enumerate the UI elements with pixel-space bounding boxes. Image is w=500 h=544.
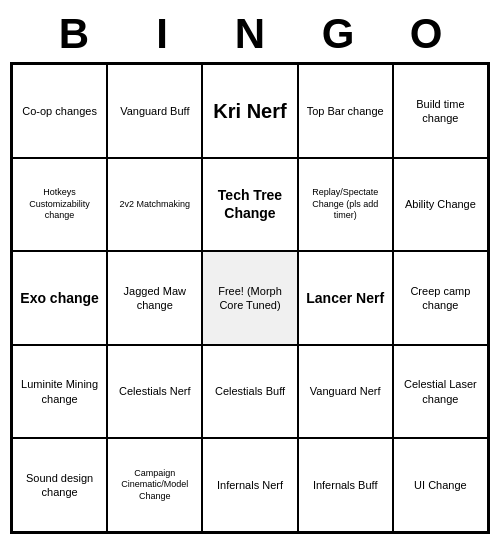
bingo-cell-22: Infernals Nerf [202, 438, 297, 532]
bingo-cell-9: Ability Change [393, 158, 488, 252]
bingo-cell-7: Tech Tree Change [202, 158, 297, 252]
bingo-cell-17: Celestials Buff [202, 345, 297, 439]
bingo-cell-20: Sound design change [12, 438, 107, 532]
bingo-title: B I N G O [10, 10, 490, 58]
bingo-cell-14: Creep camp change [393, 251, 488, 345]
title-b: B [30, 10, 118, 58]
bingo-cell-0: Co-op changes [12, 64, 107, 158]
bingo-cell-12: Free! (Morph Core Tuned) [202, 251, 297, 345]
bingo-cell-5: Hotkeys Customizability change [12, 158, 107, 252]
title-g: G [294, 10, 382, 58]
bingo-cell-13: Lancer Nerf [298, 251, 393, 345]
bingo-cell-2: Kri Nerf [202, 64, 297, 158]
bingo-cell-23: Infernals Buff [298, 438, 393, 532]
bingo-cell-15: Luminite Mining change [12, 345, 107, 439]
bingo-cell-19: Celestial Laser change [393, 345, 488, 439]
bingo-cell-11: Jagged Maw change [107, 251, 202, 345]
title-o: O [382, 10, 470, 58]
title-i: I [118, 10, 206, 58]
bingo-cell-1: Vanguard Buff [107, 64, 202, 158]
bingo-cell-4: Build time change [393, 64, 488, 158]
bingo-cell-24: UI Change [393, 438, 488, 532]
bingo-cell-18: Vanguard Nerf [298, 345, 393, 439]
bingo-grid: Co-op changesVanguard BuffKri NerfTop Ba… [10, 62, 490, 534]
bingo-cell-8: Replay/Spectate Change (pls add timer) [298, 158, 393, 252]
bingo-cell-21: Campaign Cinematic/Model Change [107, 438, 202, 532]
bingo-cell-6: 2v2 Matchmaking [107, 158, 202, 252]
bingo-cell-10: Exo change [12, 251, 107, 345]
bingo-cell-3: Top Bar change [298, 64, 393, 158]
bingo-cell-16: Celestials Nerf [107, 345, 202, 439]
title-n: N [206, 10, 294, 58]
